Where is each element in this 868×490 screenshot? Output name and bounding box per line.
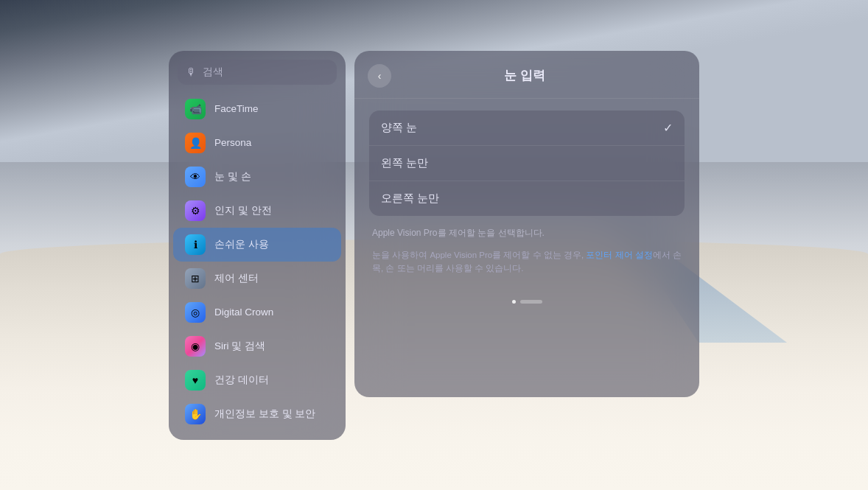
control-center-label: 제어 센터 [214,272,259,285]
right-panel: ‹ 눈 입력 양쪽 눈✓왼쪽 눈만오른쪽 눈만 Apple Vision Pro… [354,51,699,397]
sidebar-item-accessibility[interactable]: ℹ손쉬운 사용 [173,228,341,262]
search-bar[interactable]: 🎙 검색 [178,60,337,85]
note-link[interactable]: 포인터 제어 설정 [586,251,652,259]
note-before: 눈을 사용하여 Apple Vision Pro를 제어할 수 없는 경우, [372,251,586,259]
sidebar-item-facetime[interactable]: 📹FaceTime [173,92,341,126]
siri-search-label: Siri 및 검색 [214,340,265,353]
back-icon: ‹ [378,70,382,82]
dot-2 [520,300,542,304]
eyes-hands-icon: 👁 [185,167,206,187]
back-button[interactable]: ‹ [368,64,391,88]
health-data-label: 건강 데이터 [214,374,269,387]
persona-icon: 👤 [185,133,206,153]
privacy-icon: ✋ [185,404,206,424]
health-data-icon: ♥ [185,370,206,391]
search-label: 검색 [203,66,223,79]
option-both-eyes[interactable]: 양쪽 눈✓ [369,111,685,146]
main-panel: 🎙 검색 📹FaceTime👤Persona👁눈 및 손⚙인지 및 안전ℹ손쉬운… [169,51,699,440]
panel-header: ‹ 눈 입력 [354,51,699,99]
eyes-hands-label: 눈 및 손 [214,170,251,183]
hint-text: Apple Vision Pro를 제어할 눈을 선택합니다. [369,226,685,239]
accessibility-icon: ℹ [185,234,206,255]
mic-icon: 🎙 [186,66,197,78]
sidebar-items-container: 📹FaceTime👤Persona👁눈 및 손⚙인지 및 안전ℹ손쉬운 사용⊞제… [169,92,346,431]
sidebar-item-digital-crown[interactable]: ◎Digital Crown [173,295,341,329]
options-list: 양쪽 눈✓왼쪽 눈만오른쪽 눈만 [369,111,685,216]
option-both-eyes-checkmark: ✓ [663,121,673,135]
digital-crown-icon: ◎ [185,302,206,323]
siri-search-icon: ◉ [185,336,206,357]
bottom-dots [354,290,699,307]
option-right-eye[interactable]: 오른쪽 눈만 [369,181,685,216]
facetime-label: FaceTime [214,103,259,114]
control-center-icon: ⊞ [185,268,206,289]
sidebar-item-control-center[interactable]: ⊞제어 센터 [173,262,341,295]
sidebar-item-health-data[interactable]: ♥건강 데이터 [173,363,341,397]
facetime-icon: 📹 [185,99,206,119]
note-text: 눈을 사용하여 Apple Vision Pro를 제어할 수 없는 경우, 포… [369,248,685,276]
accessibility-label: 손쉬운 사용 [214,238,269,251]
dot-1 [512,300,516,304]
ui-container: 🎙 검색 📹FaceTime👤Persona👁눈 및 손⚙인지 및 안전ℹ손쉬운… [0,0,868,490]
option-left-eye-label: 왼쪽 눈만 [381,156,673,170]
privacy-label: 개인정보 보호 및 보안 [214,407,315,421]
sidebar-item-eyes-hands[interactable]: 👁눈 및 손 [173,160,341,194]
option-both-eyes-label: 양쪽 눈 [381,121,663,135]
panel-title: 눈 입력 [391,67,658,84]
option-right-eye-label: 오른쪽 눈만 [381,192,673,206]
perception-icon: ⚙ [185,200,206,221]
sidebar-item-persona[interactable]: 👤Persona [173,126,341,160]
option-left-eye[interactable]: 왼쪽 눈만 [369,146,685,181]
perception-label: 인지 및 안전 [214,204,272,217]
persona-label: Persona [214,137,251,148]
panel-content: 양쪽 눈✓왼쪽 눈만오른쪽 눈만 Apple Vision Pro를 제어할 눈… [354,99,699,290]
sidebar: 🎙 검색 📹FaceTime👤Persona👁눈 및 손⚙인지 및 안전ℹ손쉬운… [169,51,346,440]
sidebar-item-privacy[interactable]: ✋개인정보 보호 및 보안 [173,397,341,431]
sidebar-item-siri-search[interactable]: ◉Siri 및 검색 [173,329,341,363]
sidebar-item-perception[interactable]: ⚙인지 및 안전 [173,194,341,228]
digital-crown-label: Digital Crown [214,307,273,318]
